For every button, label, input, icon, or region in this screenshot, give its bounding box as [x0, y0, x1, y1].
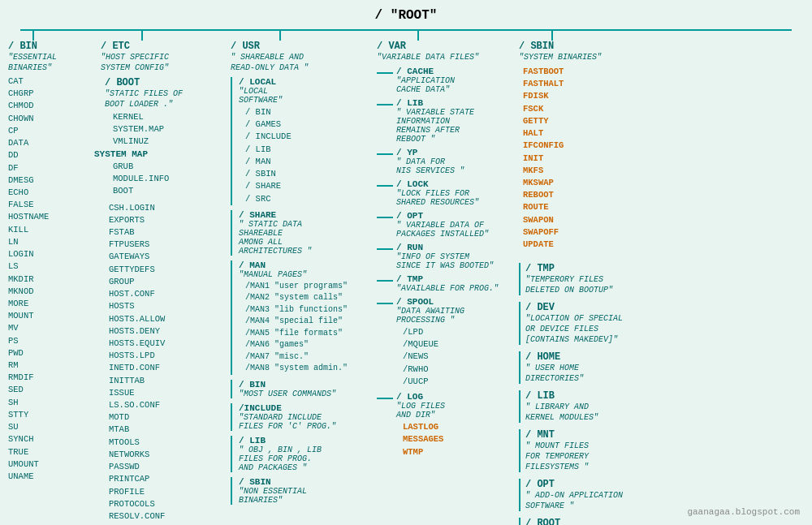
bin-file: DATA [8, 137, 94, 149]
sbin-desc: "SYSTEM BINARIES" [519, 52, 630, 62]
bin-file: MKNOD [8, 286, 94, 298]
tmp-section: / TMP "TEMPERORY FILESDELETED ON BOOTUP" [519, 263, 630, 295]
bin-section: / BIN "ESSENTIAL BINARIES" CAT CHGRP CHM… [8, 31, 97, 525]
local-sub-item: / SBIN [245, 168, 370, 180]
bin-file: PWD [8, 347, 94, 359]
share-desc: " STATIC DATASHAREABLEAMONG ALLARCHITECT… [239, 220, 370, 256]
boot-file: BOOT [113, 185, 224, 197]
etc-file: HOSTS.EQUIV [109, 338, 224, 350]
etc-header: / ETC [101, 41, 224, 52]
sbin-file: ROUTE [523, 201, 630, 213]
sbin-file: REBOOT [523, 189, 630, 201]
mnt-section: / MNT " MOUNT FILESFOR TEMPORERYFILESYST… [519, 429, 630, 472]
include-section: /INCLUDE "STANDARD INCLUDEFILES FOR 'C' … [231, 403, 370, 431]
home-section: / HOME " USER HOMEDIRECTORIES" [519, 351, 630, 384]
local-section: / LOCAL "LOCALSOFTWARE" / BIN / GAMES / … [231, 77, 370, 205]
sbin-section: / SBIN "SYSTEM BINARIES" FASTBOOT FASTHA… [516, 31, 633, 525]
man-sub-item: /MAN5 "file formats" [245, 328, 370, 340]
share-section: / SHARE " STATIC DATASHAREABLEAMONG ALLA… [231, 210, 370, 256]
var-tmp-row: / TMP "AVAILABLE FOR PROG." [377, 274, 512, 293]
etc-file: FTPUSERS [109, 239, 224, 251]
lock-hline [377, 185, 393, 187]
sbin-files: FASTBOOT FASTHALT FDISK FSCK GETTY HALT … [519, 66, 630, 251]
man-section: / MAN "MANUAL PAGES" /MAN1 "user program… [231, 260, 370, 375]
bin-file: RMDIF [8, 372, 94, 384]
bin-file: LS [8, 260, 94, 273]
opt-desc: " ADD-ON APPLICATIONSOFTWARE " [525, 490, 630, 511]
usr-connector [279, 31, 370, 41]
spool-sub-item: /NEWS [403, 351, 464, 363]
etc-connector [141, 31, 224, 41]
local-desc: "LOCALSOFTWARE" [239, 87, 370, 105]
page: / "ROOT" / BIN "ESSENTIAL BINARIES" CAT … [0, 0, 812, 525]
boot-file: GRUB [113, 161, 224, 173]
local-sub-item: / SHARE [245, 180, 370, 192]
root-title: / "ROOT" [8, 8, 804, 23]
spool-desc: "DATA AWAITINGPROCESSING " [396, 307, 464, 325]
etc-file: GROUP [109, 276, 224, 288]
cache-row: / CACHE "APPLICATIONCACHE DATA" [377, 67, 512, 94]
boot-section: / BOOT "STATIC FILES OFBOOT LOADER ." KE… [101, 77, 224, 198]
boot-file: SYSTEM.MAP [113, 123, 224, 136]
boot-header: / BOOT [105, 77, 224, 88]
etc-file: MOTD [109, 411, 224, 424]
cache-section: / CACHE "APPLICATIONCACHE DATA" [393, 67, 455, 94]
bin-file: RM [8, 359, 94, 372]
etc-file: CSH.LOGIN [109, 202, 224, 214]
bin-file: DMESG [8, 174, 94, 187]
man-desc: "MANUAL PAGES" [239, 270, 370, 279]
sbin-file: FDISK [523, 90, 630, 102]
local-sub-item: / BIN [245, 106, 370, 118]
var-tmp-header: / TMP [396, 274, 499, 284]
bin-file: CP [8, 125, 94, 137]
var-opt-row: / OPT " VARIABLE DATA OFPACKAGES INSTALL… [377, 211, 512, 239]
spool-sub-item: /LPD [403, 326, 464, 338]
bin-file: DD [8, 149, 94, 161]
usr-lib-section: / LIB " OBJ , BIN , LIBFILES FOR PROG.AN… [231, 436, 370, 472]
sbin-file: SWAPON [523, 214, 630, 226]
log-row: / LOG "LOG FILESAND DIR" LASTLOG MESSAGE… [377, 392, 512, 458]
log-header: / LOG [396, 392, 445, 402]
watermark: gaanagaa.blogspot.com [687, 507, 800, 517]
lock-row: / LOCK "LOCK FILES FORSHARED RESOURCES" [377, 179, 512, 207]
root-section: / ROOT "HOME DIR. FORROOT USER" [519, 518, 630, 525]
bin-file: CAT [8, 75, 94, 88]
bin-file: HOSTNAME [8, 211, 94, 223]
run-section: / RUN "INFO OF SYSTEMSINCE IT WAS BOOTED… [393, 243, 494, 270]
usr-bin-section: / BIN "MOST USER COMMANDS" [231, 380, 370, 398]
var-lib-row: / LIB " VARIABLE STATEINFORMATIONREMAINS… [377, 98, 512, 144]
sbin-file: UPDATE [523, 239, 630, 251]
etc-file: INETD.CONF [109, 362, 224, 374]
etc-file: LS.SO.CONF [109, 399, 224, 411]
spool-sub: /LPD /MQUEUE /NEWS /RWHO /UUCP [396, 326, 464, 388]
bin-file: MORE [8, 298, 94, 310]
man-sub-item: /MAN8 "system admin." [245, 363, 370, 375]
etc-file: RESOLV.CONF [109, 510, 224, 523]
var-opt-header: / OPT [396, 211, 489, 221]
etc-section: / ETC "HOST SPECIFICSYSTEM CONFIG" / BOO… [97, 31, 227, 525]
etc-file: NETWORKS [109, 449, 224, 461]
etc-file: HOSTS.DENY [109, 325, 224, 338]
spool-hline [377, 303, 393, 304]
sbin-file: IFCONFIG [523, 140, 630, 152]
man-sub-item: /MAN4 "special file" [245, 316, 370, 328]
var-lib-section: / LIB " VARIABLE STATEINFORMATIONREMAINS… [393, 98, 474, 144]
boot-file: VMLINUZ [113, 136, 224, 148]
tmp-desc: "TEMPERORY FILESDELETED ON BOOTUP" [525, 274, 630, 295]
etc-file: EXPORTS [109, 214, 224, 226]
lib-section: / LIB " LIBRARY ANDKERNEL MODULES" [519, 390, 630, 423]
lock-desc: "LOCK FILES FORSHARED RESOURCES" [396, 189, 479, 207]
man-sub: /MAN1 "user programs" /MAN2 "system call… [239, 281, 370, 375]
local-header: / LOCAL [239, 77, 370, 87]
bin-file: MOUNT [8, 310, 94, 322]
share-header: / SHARE [239, 210, 370, 220]
etc-file: ISSUE [109, 387, 224, 399]
var-tmp-section: / TMP "AVAILABLE FOR PROG." [393, 274, 499, 293]
man-sub-item: /MAN2 "system calls" [245, 292, 370, 304]
log-section: / LOG "LOG FILESAND DIR" LASTLOG MESSAGE… [393, 392, 445, 458]
boot-file: KERNEL [113, 111, 224, 123]
local-sub: / BIN / GAMES / INCLUDE / LIB / MAN / SB… [239, 106, 370, 205]
bin-file: FALSE [8, 199, 94, 211]
etc-file: PASSWD [109, 461, 224, 473]
sbin-file: FASTBOOT [523, 66, 630, 78]
